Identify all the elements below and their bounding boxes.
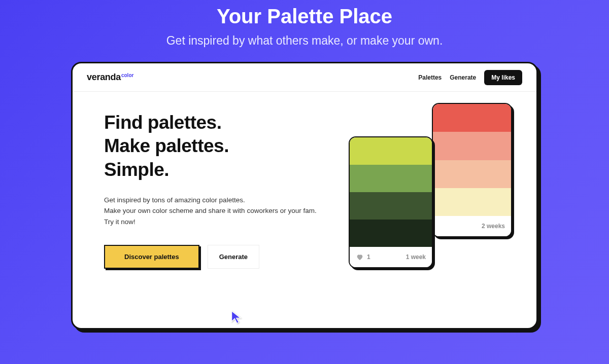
desc-line-3: Try it now! (104, 216, 343, 228)
cta-row: Discover palettes Generate (104, 245, 343, 269)
nav-palettes[interactable]: Palettes (418, 74, 442, 81)
swatch (433, 188, 511, 216)
card-footer: 2 weeks (433, 216, 511, 236)
hero-line-2: Make palettes. (104, 134, 343, 158)
brand-logo[interactable]: verandacolor (87, 72, 133, 83)
card-time: 2 weeks (482, 223, 505, 230)
hero-description: Get inspired by tons of amazing color pa… (104, 195, 343, 228)
card-footer: 1 1 week (350, 247, 432, 267)
swatch (433, 132, 511, 160)
palette-card-front[interactable]: 1 1 week (349, 136, 433, 268)
card-likes: 1 (367, 253, 370, 261)
topbar: verandacolor Palettes Generate My likes (73, 63, 536, 92)
nav-my-likes[interactable]: My likes (484, 70, 522, 85)
swatch (350, 137, 432, 165)
swatch (433, 160, 511, 188)
palette-card-back[interactable]: 2 weeks (432, 103, 512, 237)
generate-button[interactable]: Generate (208, 245, 259, 269)
app-window: verandacolor Palettes Generate My likes … (71, 62, 538, 330)
card-time: 1 week (406, 253, 426, 261)
nav-generate[interactable]: Generate (450, 74, 476, 81)
hero-line-1: Find palettes. (104, 111, 343, 134)
swatch (350, 192, 432, 220)
hero-line-3: Simple. (104, 158, 343, 181)
page-title: Your Palette Place (0, 5, 609, 28)
desc-line-2: Make your own color scheme and share it … (104, 205, 343, 216)
brand-main: veranda (87, 72, 121, 82)
hero-section: Find palettes. Make palettes. Simple. Ge… (104, 111, 343, 328)
page-subtitle: Get inspired by what others make, or mak… (0, 34, 609, 48)
palette-cards: 2 weeks 1 1 week (340, 103, 512, 290)
heart-icon[interactable] (356, 253, 367, 261)
content: Find palettes. Make palettes. Simple. Ge… (73, 92, 536, 328)
swatch (350, 220, 432, 247)
swatch (433, 104, 511, 132)
main-nav: Palettes Generate My likes (418, 70, 522, 85)
swatch (350, 165, 432, 192)
discover-palettes-button[interactable]: Discover palettes (104, 245, 199, 269)
desc-line-1: Get inspired by tons of amazing color pa… (104, 195, 343, 206)
brand-sup: color (121, 72, 133, 78)
